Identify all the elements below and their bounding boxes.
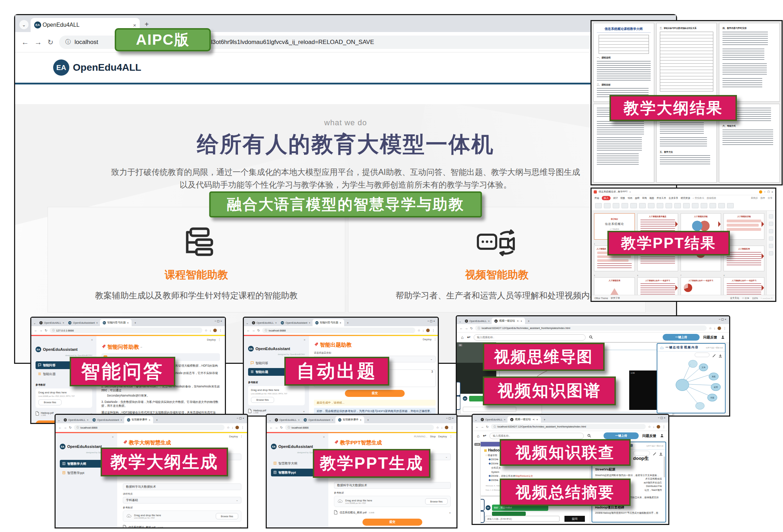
browser-tab[interactable]: O OpenEdu4ALL× <box>479 417 508 423</box>
tab-close-icon[interactable]: × <box>629 191 631 193</box>
side-tool-icon[interactable] <box>769 229 773 233</box>
side-tool-icon[interactable] <box>769 214 773 218</box>
tab-audio-icon[interactable]: ◄) <box>532 418 535 420</box>
browse-files-button[interactable]: Browse files <box>251 397 274 403</box>
deploy-button[interactable]: Deploy <box>438 435 447 438</box>
reload-icon[interactable]: ↻ <box>69 426 72 429</box>
stop-button[interactable]: Stop <box>430 435 436 438</box>
remove-file-icon[interactable]: × <box>449 511 451 514</box>
deploy-button[interactable]: Deploy <box>229 435 238 438</box>
forward-icon[interactable]: → <box>481 425 484 429</box>
side-tab-handle[interactable] <box>481 499 485 511</box>
profile-avatar[interactable] <box>445 426 448 429</box>
reload-icon[interactable]: ↻ <box>48 38 53 46</box>
new-tab-button[interactable]: + <box>145 20 149 28</box>
upload-dropzone[interactable]: Drag and drop files here Limit 200MB per… <box>36 388 92 408</box>
window-controls[interactable]: − ▢ × <box>719 318 726 321</box>
sidebar-close-icon[interactable]: × <box>112 435 114 439</box>
panel-scrollbar[interactable] <box>664 456 665 477</box>
search-icon[interactable] <box>587 433 591 439</box>
ribbon-icon[interactable] <box>630 203 637 208</box>
browser-tab-active[interactable]: ▶ 视频一键总结 ◄) × <box>507 416 541 423</box>
new-tab-button[interactable]: + <box>347 321 349 325</box>
zoom-level[interactable]: 110% <box>752 297 758 299</box>
video-search-input[interactable] <box>474 334 586 341</box>
deploy-button[interactable]: Deploy <box>207 338 216 341</box>
ribbon-tab-active[interactable]: 插入 <box>602 196 611 200</box>
side-tool-icon[interactable] <box>769 251 773 255</box>
view-mode-icons[interactable]: ▭ ▥ ▶ <box>742 297 749 299</box>
forward-icon[interactable]: → <box>275 426 278 429</box>
reload-icon[interactable]: ↻ <box>486 425 489 429</box>
browser-tab[interactable]: EA OpenEduAssistant× <box>302 417 335 423</box>
star-icon[interactable]: ☆ <box>204 329 207 332</box>
side-tab-handle[interactable] <box>481 511 485 523</box>
home-icon[interactable]: ⌂ <box>461 335 463 340</box>
new-tab-button[interactable]: + <box>134 321 136 325</box>
major-input[interactable]: 数据科学与大数据技术 <box>123 483 241 490</box>
star-icon[interactable]: ☆ <box>417 329 420 332</box>
ribbon-icon[interactable] <box>613 203 619 208</box>
tab-close-icon[interactable]: × <box>309 321 310 324</box>
browse-files-button[interactable]: Browse files <box>216 513 238 519</box>
profile-avatar[interactable] <box>213 329 217 332</box>
tab-close-icon[interactable]: × <box>127 321 128 324</box>
browser-tab[interactable]: O OpenEdu4ALL× <box>250 319 279 326</box>
site-logo-text[interactable]: OpenEdu4ALL <box>73 62 141 73</box>
knowledge-graph[interactable]: 文件 系统 处理 全能 <box>657 357 725 413</box>
return-icon[interactable]: ↩ <box>467 335 470 340</box>
tab-search-chevron[interactable]: ⌄ <box>475 418 477 422</box>
wps-sync-status[interactable]: 未同步 <box>751 196 758 200</box>
upload-button[interactable]: 一键上传 <box>663 334 700 341</box>
side-tool-icon[interactable] <box>769 236 773 241</box>
ribbon-icon[interactable] <box>718 203 725 208</box>
ribbon-tab[interactable]: 稻壳资源 <box>681 196 690 200</box>
tab-close-icon[interactable]: × <box>331 418 333 422</box>
profile-avatar[interactable] <box>426 329 430 332</box>
question-count-value[interactable]: 3 <box>431 370 433 373</box>
tab-search-chevron[interactable]: ⌄ <box>246 322 248 325</box>
ribbon-tab[interactable]: 动画 <box>627 196 632 200</box>
forward-icon[interactable]: → <box>465 327 468 330</box>
tab-close-icon[interactable]: × <box>298 418 299 422</box>
browser-tab[interactable]: O OpenEdu4ALL× <box>62 417 91 423</box>
sidebar-close-icon[interactable]: × <box>323 435 325 439</box>
star-icon[interactable]: ☆ <box>436 426 439 429</box>
user-icon[interactable] <box>660 433 664 439</box>
reload-icon[interactable]: ↻ <box>45 329 48 332</box>
forward-icon[interactable]: → <box>34 38 42 46</box>
tab-search-chevron[interactable]: ⌄ <box>19 20 29 29</box>
ask-button[interactable]: 提问 <box>564 516 585 522</box>
wps-share[interactable]: 分享 <box>768 196 772 200</box>
chat-input-stub[interactable] <box>463 407 516 412</box>
window-controls[interactable]: − ▢ × <box>446 417 454 420</box>
menu-icon[interactable]: ⋮ <box>241 426 244 429</box>
user-icon[interactable] <box>721 334 725 341</box>
ribbon-icon[interactable] <box>595 203 602 208</box>
download-icon[interactable]: ↓ <box>714 327 716 330</box>
ribbon-tab[interactable]: 视图 <box>649 196 654 200</box>
download-icon[interactable]: ↓ <box>441 426 443 429</box>
star-icon[interactable]: ☆ <box>709 327 712 330</box>
tab-search-chevron[interactable]: ⌄ <box>33 322 36 325</box>
wps-user-icon[interactable] <box>759 190 762 194</box>
ribbon-tab[interactable]: 审阅 <box>642 196 647 200</box>
tab-close-icon[interactable]: × <box>488 319 490 323</box>
ribbon-icon[interactable] <box>701 203 707 208</box>
menu-icon[interactable]: ⋮ <box>218 338 221 341</box>
browser-tab-active[interactable]: EA 智能问答与出题× <box>100 319 132 326</box>
upload-dropzone[interactable]: Drag and drop file here Limit 200MB per … <box>334 496 451 507</box>
upload-dropzone[interactable]: Drag and drop files here Limit 200MB per… <box>248 386 305 405</box>
ribbon-icon[interactable] <box>683 203 690 208</box>
profile-avatar[interactable] <box>718 327 721 330</box>
slide-thumb-wrap[interactable]: 人工智能核心技术——机器学习 10 <box>637 277 678 295</box>
forward-icon[interactable]: → <box>64 426 67 429</box>
download-icon[interactable]: ↓ <box>423 329 424 332</box>
return-icon[interactable]: ↩ <box>483 433 486 438</box>
regenerate-link[interactable]: 结果不满意？重新生成 <box>646 445 663 447</box>
ribbon-tab[interactable]: 开始 <box>594 196 599 200</box>
ribbon-tab[interactable]: 开发工具 <box>657 196 666 200</box>
address-pill[interactable]: ⓘ localhost:63342/7.12/OpenEduTech/video… <box>475 325 707 331</box>
profile-avatar[interactable] <box>235 426 239 429</box>
tab-search-chevron[interactable]: ⌄ <box>58 419 60 422</box>
